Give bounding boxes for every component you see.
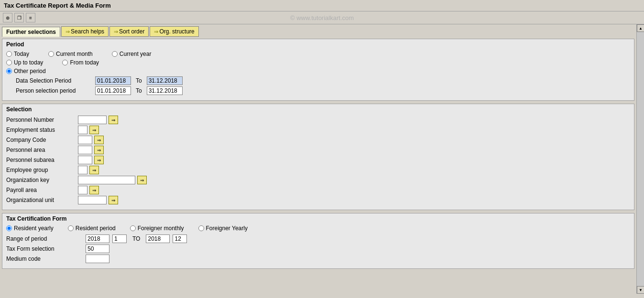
period-section: Period Today Current month Current year (2, 39, 634, 101)
tax-form-selection-label: Tax Form selection (6, 245, 83, 252)
sel-input-employment-status[interactable] (78, 126, 87, 134)
radio-current-month: Current month (48, 51, 93, 57)
radio-resident-period-label: Resident period (76, 225, 116, 232)
tab-further-selections[interactable]: Further selections (2, 27, 60, 37)
sel-input-organizational-unit[interactable] (78, 196, 107, 204)
radio-resident-period: Resident period (68, 225, 116, 232)
sel-label-employee-group: Employee group (6, 167, 78, 173)
radio-foreigner-monthly-label: Foreigner monthly (138, 225, 184, 232)
sel-label-personnel-area: Personnel area (6, 147, 78, 153)
tab-further-selections-label: Further selections (6, 29, 56, 35)
range-from-month[interactable] (112, 234, 127, 243)
sel-row-personnel-area: Personnel area ⇒ (6, 146, 630, 154)
sel-row-payroll-area: Payroll area ⇒ (6, 186, 630, 194)
sel-arrow-personnel-subarea[interactable]: ⇒ (94, 156, 104, 164)
range-to-label: TO (132, 235, 140, 242)
sel-row-employment-status: Employment status ⇒ (6, 126, 630, 134)
tab-search-helps[interactable]: ⇒ Search helps (61, 26, 109, 37)
sel-input-organization-key[interactable] (78, 176, 135, 184)
sel-label-payroll-area: Payroll area (6, 187, 78, 193)
scroll-down-btn[interactable]: ▼ (637, 286, 644, 294)
sel-input-personnel-area[interactable] (78, 146, 92, 154)
sel-label-company-code: Company Code (6, 137, 78, 143)
sel-label-organization-key: Organization key (6, 177, 78, 183)
medium-code-label: Medium code (6, 255, 83, 262)
sel-arrow-personnel-area[interactable]: ⇒ (94, 146, 104, 154)
radio-foreigner-monthly-input[interactable] (130, 225, 136, 231)
sel-arrow-payroll-area[interactable]: ⇒ (89, 186, 99, 194)
tax-form-selection-row: Tax Form selection (6, 245, 630, 253)
tax-form-selection-input[interactable] (86, 245, 109, 253)
sel-arrow-employee-group[interactable]: ⇒ (89, 166, 99, 174)
radio-other-period-input[interactable] (6, 68, 12, 74)
person-selection-to-label: To (136, 87, 142, 94)
medium-code-input[interactable] (86, 255, 109, 263)
person-selection-label: Person selection period (16, 87, 92, 94)
tab-sort-order-arrow: ⇒ (114, 29, 118, 35)
period-radio-row-3: Other period (6, 68, 630, 74)
radio-resident-yearly-input[interactable] (6, 225, 12, 231)
radio-resident-yearly: Resident yearly (6, 225, 54, 232)
tab-org-structure-label: Org. structure (159, 28, 194, 35)
toolbar-btn-1[interactable]: ⊕ (3, 13, 12, 22)
sel-input-employee-group[interactable] (78, 166, 87, 174)
data-selection-to[interactable] (147, 76, 183, 85)
sel-input-company-code[interactable] (78, 136, 92, 144)
radio-up-to-today-input[interactable] (6, 60, 12, 65)
radio-current-month-label: Current month (56, 51, 93, 57)
person-selection-to[interactable] (147, 86, 183, 95)
data-selection-label: Data Selection Period (16, 77, 92, 84)
sel-row-organization-key: Organization key ⇒ (6, 176, 630, 184)
tab-sort-order[interactable]: ⇒ Sort order (109, 26, 149, 37)
sel-input-payroll-area[interactable] (78, 186, 87, 194)
range-to-year[interactable] (146, 234, 170, 243)
radio-current-year-input[interactable] (112, 51, 118, 57)
selection-section: Selection Personnel Number ⇒ Employment … (2, 104, 634, 210)
radio-foreigner-yearly-input[interactable] (198, 225, 204, 231)
scroll-track[interactable] (637, 32, 644, 286)
sel-arrow-personnel-number[interactable]: ⇒ (109, 116, 118, 124)
radio-from-today: From today (62, 59, 99, 66)
range-to-month[interactable] (173, 234, 187, 243)
toolbar-btn-3[interactable]: ≡ (26, 13, 35, 22)
radio-current-year: Current year (112, 51, 152, 57)
radio-other-period: Other period (6, 68, 46, 74)
sel-arrow-organization-key[interactable]: ⇒ (137, 176, 147, 184)
person-selection-row: Person selection period To (16, 86, 630, 95)
radio-up-to-today-label: Up to today (14, 59, 43, 66)
toolbar-btn-2[interactable]: ❐ (14, 13, 24, 22)
tab-bar: Further selections ⇒ Search helps ⇒ Sort… (2, 26, 634, 37)
tax-certification-title: Tax Certification Form (6, 215, 630, 222)
sel-row-organizational-unit: Organizational unit ⇒ (6, 196, 630, 204)
scrollbar-right: ▲ ▼ (636, 24, 644, 294)
tab-search-helps-label: Search helps (71, 28, 104, 35)
radio-today-input[interactable] (6, 51, 12, 57)
person-selection-from[interactable] (95, 86, 131, 95)
sel-input-personnel-subarea[interactable] (78, 156, 92, 164)
content-area: Further selections ⇒ Search helps ⇒ Sort… (0, 24, 636, 294)
tax-radio-row: Resident yearly Resident period Foreigne… (6, 225, 630, 232)
data-selection-to-label: To (136, 77, 142, 84)
period-radio-row-2: Up to today From today (6, 59, 630, 66)
data-selection-from[interactable] (95, 76, 131, 85)
radio-up-to-today: Up to today (6, 59, 43, 66)
period-title: Period (6, 41, 630, 48)
sel-row-employee-group: Employee group ⇒ (6, 166, 630, 174)
sel-row-company-code: Company Code ⇒ (6, 136, 630, 144)
toolbar: ⊕ ❐ ≡ © www.tutorialkart.com (0, 11, 644, 24)
sel-arrow-organizational-unit[interactable]: ⇒ (109, 196, 118, 204)
sel-arrow-company-code[interactable]: ⇒ (94, 136, 104, 144)
medium-code-row: Medium code (6, 255, 630, 263)
range-from-year[interactable] (86, 234, 109, 243)
radio-other-period-label: Other period (14, 68, 46, 74)
tab-org-structure[interactable]: ⇒ Org. structure (150, 26, 198, 37)
radio-resident-period-input[interactable] (68, 225, 74, 231)
range-of-period-label: Range of period (6, 235, 83, 242)
scroll-up-btn[interactable]: ▲ (637, 24, 644, 32)
radio-from-today-input[interactable] (62, 60, 68, 65)
sel-arrow-employment-status[interactable]: ⇒ (89, 126, 99, 134)
period-radio-row-1: Today Current month Current year (6, 51, 630, 57)
sel-input-personnel-number[interactable] (78, 116, 107, 124)
radio-current-month-input[interactable] (48, 51, 54, 57)
radio-from-today-label: From today (70, 59, 99, 66)
